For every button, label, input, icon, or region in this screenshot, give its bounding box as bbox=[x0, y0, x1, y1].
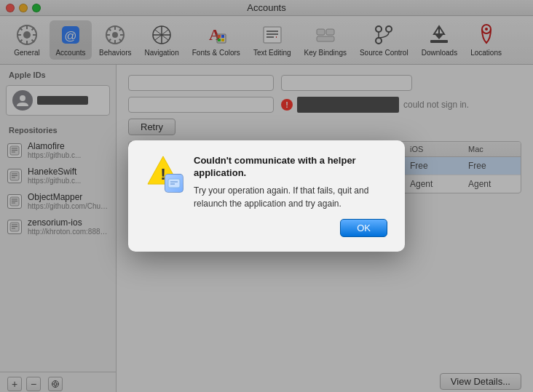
modal-overlay: ! Couldn't communicate with a helper app… bbox=[0, 0, 533, 392]
modal-footer: OK bbox=[146, 219, 387, 237]
helper-app-icon bbox=[165, 174, 183, 193]
modal-text: Couldn't communicate with a helper appli… bbox=[194, 155, 387, 210]
svg-rect-76 bbox=[168, 179, 180, 188]
modal-icon: ! bbox=[146, 155, 183, 193]
modal-ok-button[interactable]: OK bbox=[340, 219, 387, 237]
modal-title: Couldn't communicate with a helper appli… bbox=[194, 155, 387, 180]
modal-dialog: ! Couldn't communicate with a helper app… bbox=[128, 140, 405, 252]
modal-body: ! Couldn't communicate with a helper app… bbox=[146, 155, 387, 210]
modal-message: Try your operation again. If that fails,… bbox=[194, 184, 387, 210]
